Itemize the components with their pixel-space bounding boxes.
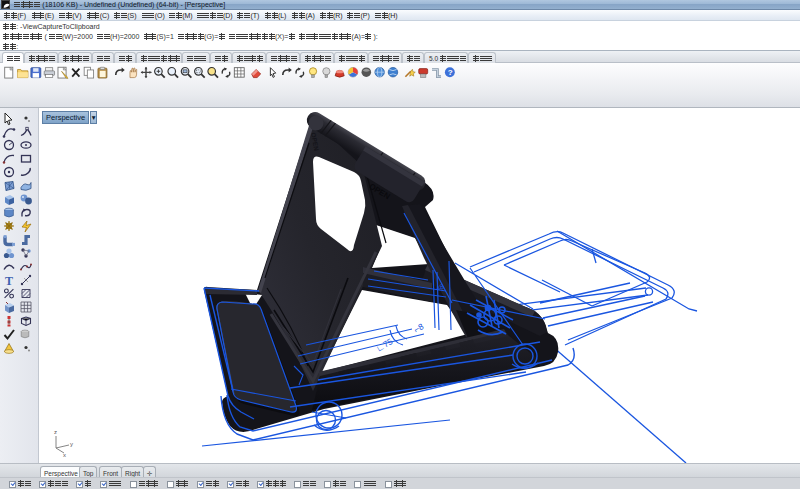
svg-text:z: z: [54, 429, 57, 435]
svg-text:T: T: [5, 274, 13, 288]
svg-text:y: y: [70, 441, 73, 447]
svg-text:x: x: [63, 452, 66, 458]
svg-text:?: ?: [448, 68, 453, 77]
